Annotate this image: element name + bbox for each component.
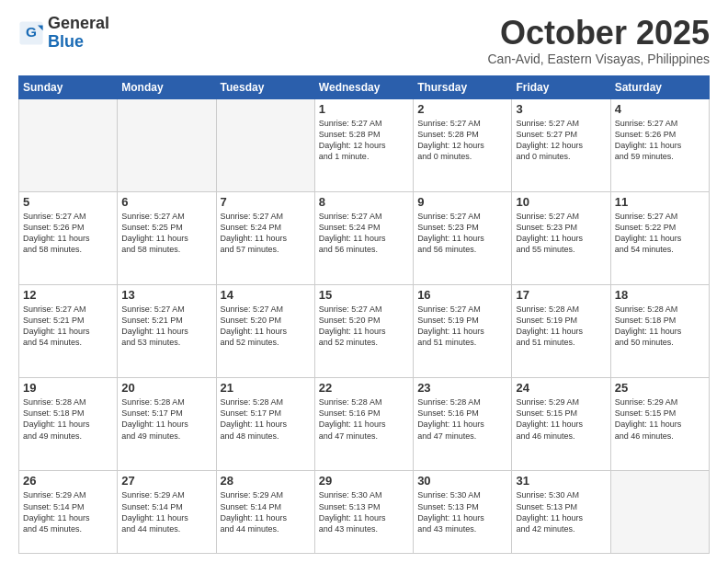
day-number: 13 [121,288,211,302]
calendar-week-2: 5Sunrise: 5:27 AM Sunset: 5:26 PM Daylig… [19,191,710,284]
day-number: 24 [516,381,606,395]
day-number: 2 [417,102,507,116]
day-number: 9 [417,195,507,209]
day-number: 6 [121,195,211,209]
logo-icon: G [18,20,44,46]
calendar-cell: 27Sunrise: 5:29 AM Sunset: 5:14 PM Dayli… [118,471,216,554]
calendar-cell: 19Sunrise: 5:28 AM Sunset: 5:18 PM Dayli… [19,378,118,471]
cell-info: Sunrise: 5:27 AM Sunset: 5:24 PM Dayligh… [221,211,311,256]
calendar-week-5: 26Sunrise: 5:29 AM Sunset: 5:14 PM Dayli… [19,471,710,554]
title-block: October 2025 Can-Avid, Eastern Visayas, … [488,15,711,66]
day-number: 21 [221,381,311,395]
day-number: 20 [121,381,211,395]
cell-info: Sunrise: 5:27 AM Sunset: 5:19 PM Dayligh… [417,304,507,349]
day-number: 11 [615,195,705,209]
calendar-cell: 20Sunrise: 5:28 AM Sunset: 5:17 PM Dayli… [118,378,216,471]
cell-info: Sunrise: 5:27 AM Sunset: 5:28 PM Dayligh… [319,118,409,163]
calendar-cell: 11Sunrise: 5:27 AM Sunset: 5:22 PM Dayli… [610,191,709,284]
calendar-cell: 29Sunrise: 5:30 AM Sunset: 5:13 PM Dayli… [314,471,413,554]
day-number: 18 [615,288,705,302]
day-number: 23 [417,381,507,395]
cell-info: Sunrise: 5:30 AM Sunset: 5:13 PM Dayligh… [516,489,606,534]
cell-info: Sunrise: 5:28 AM Sunset: 5:17 PM Dayligh… [221,396,311,442]
calendar-cell: 2Sunrise: 5:27 AM Sunset: 5:28 PM Daylig… [414,98,512,191]
cell-info: Sunrise: 5:29 AM Sunset: 5:14 PM Dayligh… [221,489,311,534]
calendar-cell: 15Sunrise: 5:27 AM Sunset: 5:20 PM Dayli… [314,285,413,378]
cell-info: Sunrise: 5:27 AM Sunset: 5:23 PM Dayligh… [516,211,606,256]
day-number: 22 [319,381,409,395]
cell-info: Sunrise: 5:29 AM Sunset: 5:15 PM Dayligh… [615,396,705,442]
logo-text: General Blue [48,15,109,52]
calendar-cell: 21Sunrise: 5:28 AM Sunset: 5:17 PM Dayli… [216,378,314,471]
day-number: 17 [516,288,606,302]
calendar-week-1: 1Sunrise: 5:27 AM Sunset: 5:28 PM Daylig… [19,98,710,191]
day-number: 7 [221,195,311,209]
calendar-cell: 30Sunrise: 5:30 AM Sunset: 5:13 PM Dayli… [414,471,512,554]
cell-info: Sunrise: 5:28 AM Sunset: 5:19 PM Dayligh… [516,304,606,349]
cell-info: Sunrise: 5:28 AM Sunset: 5:16 PM Dayligh… [319,396,409,442]
location: Can-Avid, Eastern Visayas, Philippines [488,52,711,66]
calendar-week-3: 12Sunrise: 5:27 AM Sunset: 5:21 PM Dayli… [19,285,710,378]
logo-blue: Blue [48,33,109,52]
cell-info: Sunrise: 5:27 AM Sunset: 5:26 PM Dayligh… [23,211,113,256]
cell-info: Sunrise: 5:30 AM Sunset: 5:13 PM Dayligh… [417,489,507,534]
col-saturday: Saturday [610,75,709,98]
calendar-cell: 5Sunrise: 5:27 AM Sunset: 5:26 PM Daylig… [19,191,118,284]
calendar-cell: 3Sunrise: 5:27 AM Sunset: 5:27 PM Daylig… [512,98,610,191]
day-number: 3 [516,102,606,116]
day-number: 29 [319,474,409,488]
calendar-cell: 6Sunrise: 5:27 AM Sunset: 5:25 PM Daylig… [118,191,216,284]
calendar-cell: 7Sunrise: 5:27 AM Sunset: 5:24 PM Daylig… [216,191,314,284]
cell-info: Sunrise: 5:28 AM Sunset: 5:16 PM Dayligh… [417,396,507,442]
calendar-cell: 28Sunrise: 5:29 AM Sunset: 5:14 PM Dayli… [216,471,314,554]
calendar-page: G General Blue October 2025 Can-Avid, Ea… [0,0,728,563]
day-number: 27 [121,474,211,488]
calendar-table: Sunday Monday Tuesday Wednesday Thursday… [18,75,710,554]
col-tuesday: Tuesday [216,75,314,98]
cell-info: Sunrise: 5:27 AM Sunset: 5:21 PM Dayligh… [121,304,211,349]
calendar-cell: 9Sunrise: 5:27 AM Sunset: 5:23 PM Daylig… [414,191,512,284]
cell-info: Sunrise: 5:28 AM Sunset: 5:17 PM Dayligh… [121,396,211,442]
calendar-week-4: 19Sunrise: 5:28 AM Sunset: 5:18 PM Dayli… [19,378,710,471]
cell-info: Sunrise: 5:27 AM Sunset: 5:21 PM Dayligh… [23,304,113,349]
header-row: Sunday Monday Tuesday Wednesday Thursday… [19,75,710,98]
cell-info: Sunrise: 5:27 AM Sunset: 5:20 PM Dayligh… [319,304,409,349]
day-number: 15 [319,288,409,302]
header: G General Blue October 2025 Can-Avid, Ea… [18,15,710,66]
cell-info: Sunrise: 5:27 AM Sunset: 5:22 PM Dayligh… [615,211,705,256]
day-number: 31 [516,474,606,488]
cell-info: Sunrise: 5:29 AM Sunset: 5:14 PM Dayligh… [121,489,211,534]
calendar-cell: 31Sunrise: 5:30 AM Sunset: 5:13 PM Dayli… [512,471,610,554]
logo: G General Blue [18,15,109,52]
calendar-cell: 24Sunrise: 5:29 AM Sunset: 5:15 PM Dayli… [512,378,610,471]
col-friday: Friday [512,75,610,98]
day-number: 1 [319,102,409,116]
cell-info: Sunrise: 5:27 AM Sunset: 5:27 PM Dayligh… [516,118,606,163]
calendar-cell [118,98,216,191]
calendar-cell: 1Sunrise: 5:27 AM Sunset: 5:28 PM Daylig… [314,98,413,191]
calendar-cell: 22Sunrise: 5:28 AM Sunset: 5:16 PM Dayli… [314,378,413,471]
calendar-cell: 14Sunrise: 5:27 AM Sunset: 5:20 PM Dayli… [216,285,314,378]
calendar-cell [19,98,118,191]
calendar-cell: 25Sunrise: 5:29 AM Sunset: 5:15 PM Dayli… [610,378,709,471]
cell-info: Sunrise: 5:28 AM Sunset: 5:18 PM Dayligh… [615,304,705,349]
cell-info: Sunrise: 5:27 AM Sunset: 5:20 PM Dayligh… [221,304,311,349]
calendar-cell: 12Sunrise: 5:27 AM Sunset: 5:21 PM Dayli… [19,285,118,378]
col-monday: Monday [118,75,216,98]
cell-info: Sunrise: 5:27 AM Sunset: 5:24 PM Dayligh… [319,211,409,256]
day-number: 16 [417,288,507,302]
calendar-cell: 4Sunrise: 5:27 AM Sunset: 5:26 PM Daylig… [610,98,709,191]
cell-info: Sunrise: 5:27 AM Sunset: 5:28 PM Dayligh… [417,118,507,163]
day-number: 26 [23,474,113,488]
day-number: 25 [615,381,705,395]
calendar-cell: 10Sunrise: 5:27 AM Sunset: 5:23 PM Dayli… [512,191,610,284]
cell-info: Sunrise: 5:27 AM Sunset: 5:23 PM Dayligh… [417,211,507,256]
day-number: 5 [23,195,113,209]
logo-general: General [48,15,109,33]
day-number: 28 [221,474,311,488]
calendar-cell [216,98,314,191]
calendar-cell: 26Sunrise: 5:29 AM Sunset: 5:14 PM Dayli… [19,471,118,554]
calendar-cell: 18Sunrise: 5:28 AM Sunset: 5:18 PM Dayli… [610,285,709,378]
col-wednesday: Wednesday [314,75,413,98]
day-number: 8 [319,195,409,209]
